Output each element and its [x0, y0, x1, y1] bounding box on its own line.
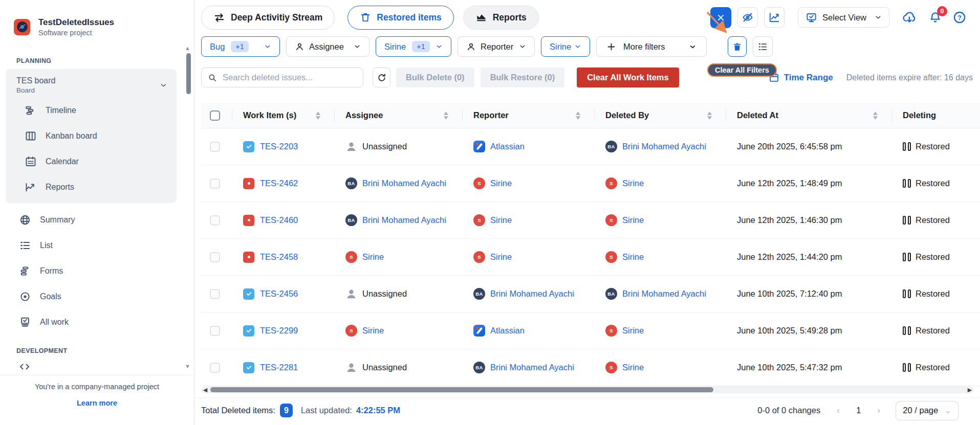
- user-name[interactable]: Sirine: [622, 178, 644, 188]
- table-row[interactable]: TES-2281UnassignedBABrini Mohamed Ayachi…: [201, 349, 980, 386]
- page-size-select[interactable]: 20 / page ⌄: [896, 401, 959, 420]
- column-header[interactable]: Work Item (s): [232, 103, 334, 128]
- table-row[interactable]: TES-2203UnassignedAtlassianBABrini Moham…: [201, 128, 980, 165]
- tab-reports[interactable]: Reports: [463, 6, 539, 30]
- select-view-dropdown[interactable]: Select View: [798, 7, 889, 28]
- column-header[interactable]: Assignee: [334, 103, 462, 128]
- sidebar-item-all-work[interactable]: All work: [0, 309, 194, 335]
- filter-reporter[interactable]: Reporter: [458, 36, 535, 57]
- sort-icon[interactable]: [873, 111, 878, 120]
- chevron-down-icon[interactable]: [160, 81, 167, 95]
- user-name[interactable]: Brini Mohamed Ayachi: [362, 215, 446, 225]
- notifications-button[interactable]: 0: [928, 11, 942, 25]
- filter-reporter-value[interactable]: Sirine: [541, 36, 590, 57]
- sidebar-item-summary[interactable]: Summary: [0, 207, 194, 233]
- row-checkbox[interactable]: [210, 289, 220, 299]
- scroll-left-arrow[interactable]: ◀: [201, 386, 209, 393]
- user-name[interactable]: Sirine: [622, 215, 644, 225]
- code-icon[interactable]: [18, 361, 194, 373]
- work-item-link[interactable]: TES-2299: [260, 326, 298, 335]
- row-checkbox[interactable]: [210, 326, 220, 336]
- user-name[interactable]: Sirine: [622, 363, 644, 372]
- user-name[interactable]: Sirine: [622, 252, 644, 262]
- clear-all-work-items-button[interactable]: Clear All Work Items: [577, 68, 679, 87]
- project-header[interactable]: TestDeletedIssues Software project: [0, 0, 194, 37]
- work-item-link[interactable]: TES-2458: [260, 252, 298, 262]
- filter-issue-type[interactable]: Bug +1: [201, 36, 280, 57]
- list-view-button[interactable]: [753, 36, 773, 57]
- user-name[interactable]: Sirine: [622, 326, 644, 335]
- user-name[interactable]: Brini Mohamed Ayachi: [490, 363, 574, 372]
- bulk-restore-button[interactable]: Bulk Restore (0): [481, 68, 565, 87]
- sort-icon[interactable]: [575, 111, 581, 120]
- time-range-button[interactable]: Time Range: [769, 72, 833, 83]
- next-page-button[interactable]: ›: [877, 405, 880, 416]
- tab-restored-items[interactable]: Restored items: [347, 6, 453, 30]
- user-name[interactable]: Brini Mohamed Ayachi: [622, 289, 706, 299]
- work-item-link[interactable]: TES-2460: [260, 215, 298, 225]
- filter-assignee[interactable]: Assignee: [286, 36, 369, 57]
- row-checkbox[interactable]: [210, 178, 220, 189]
- search-input[interactable]: [222, 72, 357, 83]
- user-name[interactable]: Atlassian: [490, 326, 525, 335]
- select-all-checkbox[interactable]: [210, 110, 220, 121]
- horizontal-scrollbar[interactable]: ◀ ▶: [201, 386, 974, 393]
- user-name[interactable]: Brini Mohamed Ayachi: [362, 178, 446, 188]
- column-header[interactable]: Deleting: [891, 103, 980, 128]
- sidebar-scroll-down-arrow[interactable]: ▼: [185, 363, 190, 369]
- column-header[interactable]: Reporter: [462, 103, 594, 128]
- refresh-button[interactable]: [373, 68, 390, 87]
- user-name[interactable]: Brini Mohamed Ayachi: [622, 142, 706, 151]
- row-checkbox[interactable]: [210, 252, 220, 262]
- close-button[interactable]: [710, 7, 731, 28]
- cloud-export-button[interactable]: [902, 10, 917, 25]
- sidebar-item-timeline[interactable]: Timeline: [6, 98, 177, 123]
- sort-icon[interactable]: [315, 111, 321, 120]
- work-item-link[interactable]: TES-2203: [260, 142, 298, 151]
- user-name[interactable]: Sirine: [490, 215, 512, 225]
- user-name[interactable]: Atlassian: [490, 142, 525, 151]
- sidebar-item-kanban-board[interactable]: Kanban board: [6, 123, 177, 149]
- filter-more-filters[interactable]: More filters: [596, 36, 707, 57]
- row-checkbox[interactable]: [210, 215, 220, 226]
- chart-view-button[interactable]: [764, 7, 785, 28]
- bulk-delete-button[interactable]: Bulk Delete (0): [396, 68, 474, 87]
- sort-icon[interactable]: [443, 111, 449, 120]
- user-name[interactable]: Sirine: [362, 326, 384, 335]
- user-name[interactable]: Sirine: [490, 178, 512, 188]
- row-checkbox[interactable]: [210, 142, 220, 152]
- clear-filters-button[interactable]: [728, 36, 747, 57]
- table-row[interactable]: TES-2456UnassignedBABrini Mohamed Ayachi…: [201, 276, 980, 312]
- filter-assignee-value[interactable]: Sirine +1: [376, 36, 451, 57]
- work-item-link[interactable]: TES-2456: [260, 289, 298, 299]
- sidebar-item-reports[interactable]: Reports: [6, 174, 177, 200]
- horizontal-scrollbar-thumb[interactable]: [210, 387, 713, 392]
- column-header[interactable]: Deleted At: [726, 103, 891, 128]
- sidebar-item-goals[interactable]: Goals: [0, 284, 194, 309]
- help-button[interactable]: ?: [952, 10, 967, 25]
- sidebar-scrollbar-thumb[interactable]: [186, 53, 191, 94]
- column-header[interactable]: Deleted By: [594, 103, 726, 128]
- hide-columns-button[interactable]: [737, 7, 758, 28]
- sidebar-scroll-up-arrow[interactable]: ▲: [185, 45, 190, 51]
- work-item-link[interactable]: TES-2281: [260, 363, 298, 372]
- learn-more-link[interactable]: Learn more: [77, 399, 117, 407]
- prev-page-button[interactable]: ‹: [837, 405, 840, 416]
- board-switcher[interactable]: TES board Board: [6, 73, 177, 98]
- table-row[interactable]: TES-2458SSirineSSirineSSirineJune 12th 2…: [201, 239, 980, 276]
- user-name[interactable]: Sirine: [490, 252, 512, 262]
- work-item-link[interactable]: TES-2462: [260, 178, 298, 188]
- tab-deep-activity-stream[interactable]: Deep Activitiy Stream: [201, 6, 335, 30]
- row-checkbox[interactable]: [210, 363, 220, 373]
- user-name[interactable]: Sirine: [362, 252, 384, 262]
- table-row[interactable]: TES-2460BABrini Mohamed AyachiSSirineSSi…: [201, 202, 980, 239]
- table-row[interactable]: TES-2462BABrini Mohamed AyachiSSirineSSi…: [201, 165, 980, 202]
- sidebar-item-forms[interactable]: Forms: [0, 258, 194, 284]
- user-name[interactable]: Brini Mohamed Ayachi: [490, 289, 574, 299]
- scroll-right-arrow[interactable]: ▶: [966, 386, 974, 393]
- sidebar-item-calendar[interactable]: Calendar: [6, 149, 177, 174]
- sort-icon[interactable]: [707, 111, 712, 120]
- table-row[interactable]: TES-2299SSirineAtlassianSSirineJune 10th…: [201, 312, 980, 349]
- sidebar-item-list[interactable]: List: [0, 233, 194, 258]
- last-updated-time[interactable]: 4:22:55 PM: [356, 406, 400, 415]
